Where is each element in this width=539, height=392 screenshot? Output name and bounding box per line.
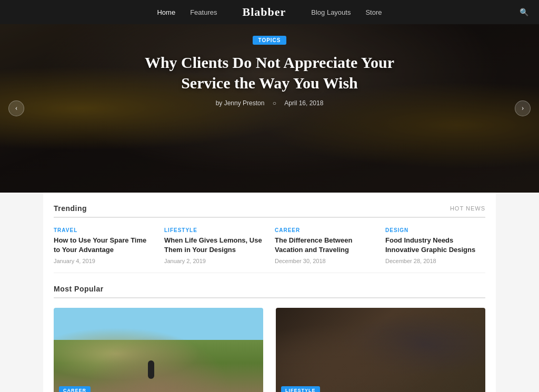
hero-date: April 16, 2018 — [284, 99, 323, 107]
trending-header: Trending HOT NEWS — [54, 204, 485, 218]
nav-link-store[interactable]: Store — [365, 8, 382, 16]
popular-header: Most Popular — [54, 285, 485, 298]
hero-separator: ○ — [273, 99, 276, 107]
popular-section: Most Popular CAREER What Keeps Us Going:… — [54, 273, 485, 392]
hot-news-label: HOT NEWS — [450, 205, 485, 212]
card-image: CAREER — [54, 308, 263, 392]
card-image-running — [54, 308, 263, 392]
trending-item-title[interactable]: Food Industry Needs Innovative Graphic D… — [385, 236, 485, 255]
trending-item-title[interactable]: When Life Gives Lemons, Use Them in Your… — [164, 236, 264, 255]
hero-prev-arrow[interactable]: ‹ — [8, 100, 24, 116]
trending-item-date: December 30, 2018 — [275, 258, 375, 264]
popular-grid: CAREER What Keeps Us Going: Find Your Wa… — [54, 308, 485, 392]
trending-item: CAREER The Difference Between Vacation a… — [275, 227, 375, 264]
hero-content: TOPICS Why Clients Do Not Appreciate You… — [112, 24, 427, 117]
hero-badge: TOPICS — [253, 36, 286, 45]
popular-card: CAREER What Keeps Us Going: Find Your Wa… — [54, 308, 263, 392]
trending-category: TRAVEL — [54, 227, 154, 233]
trending-item-date: January 2, 2019 — [164, 258, 264, 264]
trending-item-date: December 28, 2018 — [385, 258, 485, 264]
hero-section: ‹ TOPICS Why Clients Do Not Appreciate Y… — [0, 24, 539, 193]
trending-item: TRAVEL How to Use Your Spare Time to You… — [54, 227, 154, 264]
hero-next-arrow[interactable]: › — [515, 100, 531, 116]
hero-author: by Jenny Preston — [216, 99, 265, 107]
trending-category: CAREER — [275, 227, 375, 233]
trending-item-title[interactable]: How to Use Your Spare Time to Your Advan… — [54, 236, 154, 255]
card-image: LIFESTYLE — [276, 308, 485, 392]
trending-category: DESIGN — [385, 227, 485, 233]
popular-title: Most Popular — [54, 285, 104, 293]
site-logo[interactable]: Blabber — [242, 5, 286, 19]
trending-item-title[interactable]: The Difference Between Vacation and Trav… — [275, 236, 375, 255]
search-icon[interactable]: 🔍 — [520, 8, 528, 17]
card-badge: CAREER — [59, 386, 91, 392]
popular-card: LIFESTYLE There Is No Way People Can Tak… — [276, 308, 485, 392]
nav-link-home[interactable]: Home — [157, 8, 175, 16]
nav-link-features[interactable]: Features — [190, 8, 217, 16]
card-image-workshop — [276, 308, 485, 392]
trending-grid: TRAVEL How to Use Your Spare Time to You… — [54, 227, 485, 264]
navigation: Home Features Blabber Blog Layouts Store… — [0, 0, 539, 24]
nav-link-blog-layouts[interactable]: Blog Layouts — [311, 8, 351, 16]
trending-category: LIFESTYLE — [164, 227, 264, 233]
card-badge: LIFESTYLE — [281, 386, 320, 392]
hero-title: Why Clients Do Not Appreciate Your Servi… — [122, 52, 417, 93]
hero-meta: by Jenny Preston ○ April 16, 2018 — [122, 99, 417, 107]
nav-links: Home Features Blabber Blog Layouts Store — [157, 5, 382, 19]
trending-item-date: January 4, 2019 — [54, 258, 154, 264]
main-container: Trending HOT NEWS TRAVEL How to Use Your… — [43, 193, 496, 392]
trending-item: LIFESTYLE When Life Gives Lemons, Use Th… — [164, 227, 264, 264]
trending-title: Trending — [54, 204, 87, 213]
trending-item: DESIGN Food Industry Needs Innovative Gr… — [385, 227, 485, 264]
trending-section: Trending HOT NEWS TRAVEL How to Use Your… — [54, 193, 485, 273]
